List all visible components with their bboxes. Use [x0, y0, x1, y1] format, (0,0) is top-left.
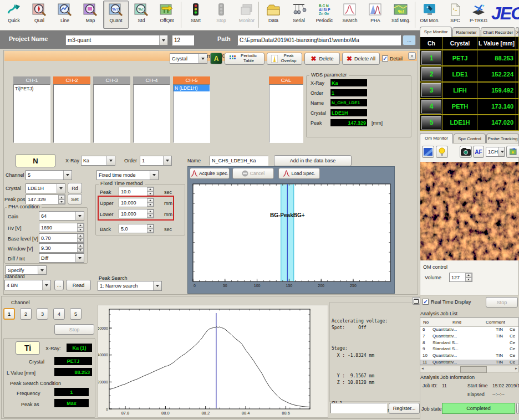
name-field[interactable]: N_CH5_LDE1H_Ka: [210, 156, 268, 166]
toolbar-quant-button[interactable]: %? Quant: [103, 1, 129, 29]
spinner-arrows[interactable]: [58, 195, 65, 204]
chevron-down-icon[interactable]: [38, 266, 46, 274]
channel-list-ch5[interactable]: N (LDE1H): [173, 84, 210, 143]
chevron-down-icon[interactable]: [75, 254, 84, 262]
job-header-comment[interactable]: Comment: [486, 320, 505, 325]
acquire-spec-button[interactable]: Acquire Spec.: [190, 168, 230, 179]
scroll-right-icon[interactable]: ►: [515, 367, 518, 370]
delete-all-button[interactable]: ✖ Delete All: [342, 53, 380, 65]
lcd-channel-button[interactable]: 5: [420, 115, 443, 131]
cal-list[interactable]: [269, 84, 303, 143]
add-database-button[interactable]: Add in the data base: [274, 155, 352, 166]
channel-list-ch4[interactable]: [133, 84, 170, 143]
job-list-scrollbar[interactable]: ◄ ►: [420, 366, 519, 372]
peak-overlap-button[interactable]: Peak Overlap: [267, 53, 302, 65]
realtime-display-checkbox[interactable]: ✓: [423, 299, 429, 305]
xray-dropdown[interactable]: Ka: [81, 156, 115, 166]
channel-2-button[interactable]: 2: [20, 308, 32, 320]
standard-browse-button[interactable]: ...: [54, 280, 64, 290]
element-ti-button[interactable]: Ti: [16, 341, 40, 355]
tab-probe-tracking[interactable]: Probe Tracking: [486, 134, 519, 144]
toolbar-offqnt-button[interactable]: OffQnt: [154, 1, 180, 29]
periodic-table-button[interactable]: Periodic Table: [225, 53, 264, 65]
toolbar-pha-button[interactable]: PHA: [363, 1, 388, 29]
detail-checkbox[interactable]: ✓: [382, 55, 388, 62]
list-item[interactable]: Ti(PETJ): [14, 85, 50, 93]
tab-xray[interactable]: X-ra: [516, 27, 519, 37]
set-button[interactable]: Set: [68, 194, 82, 204]
autofocus-button[interactable]: AF: [473, 146, 484, 158]
chevron-down-icon[interactable]: [498, 147, 505, 156]
lcd-channel-button[interactable]: 1: [420, 50, 443, 66]
close-icon[interactable]: ×: [408, 52, 416, 60]
mode-dropdown[interactable]: Fixed time mode: [96, 170, 159, 180]
toolbar-periodic-button[interactable]: B C NAl Si PZn Ge Periodic: [312, 1, 337, 29]
lcd-channel-button[interactable]: 2: [420, 66, 443, 82]
job-row[interactable]: 8Standard S...Ce: [420, 340, 518, 347]
toolbar-std-button[interactable]: %! Std: [129, 1, 154, 29]
chevron-down-icon[interactable]: [57, 184, 65, 193]
job-row-selected[interactable]: 11Quantitativ...TINCe: [420, 360, 518, 365]
project-number-field[interactable]: 12: [172, 35, 194, 45]
channel-4-button[interactable]: 4: [53, 308, 65, 320]
register-button[interactable]: Register...: [389, 403, 420, 414]
toolbar-serial-button[interactable]: Serial: [286, 1, 312, 29]
spinner-arrows[interactable]: [77, 223, 84, 232]
toolbar-start-button[interactable]: Start: [183, 1, 208, 29]
chevron-down-icon[interactable]: [42, 280, 50, 290]
chevron-down-icon[interactable]: [106, 156, 115, 165]
base-level-spinner[interactable]: 0.70: [39, 233, 84, 243]
project-name-dropdown[interactable]: m3-quant: [65, 35, 168, 45]
standard-dropdown[interactable]: 4 BN: [4, 280, 51, 290]
chevron-down-icon[interactable]: [63, 171, 72, 180]
toolbar-spc-button[interactable]: SPC: [442, 1, 468, 29]
channel-3-button[interactable]: 3: [37, 308, 48, 320]
camera-button[interactable]: [460, 146, 472, 158]
toolbar-map-button[interactable]: Map: [78, 1, 103, 29]
spinner-arrows[interactable]: [465, 273, 472, 281]
lamp-button[interactable]: [436, 146, 448, 158]
element-button[interactable]: N: [16, 154, 55, 167]
channel-list-ch3[interactable]: [93, 84, 130, 143]
spinner-arrows[interactable]: [147, 187, 154, 196]
window-spinner[interactable]: 9.30: [39, 243, 84, 253]
toolbar-data-button[interactable]: Data: [261, 1, 286, 29]
channel-list-ch1[interactable]: Ti(PETJ): [13, 84, 50, 143]
lcd-channel-button[interactable]: 4: [420, 99, 443, 115]
spinner-arrows[interactable]: [77, 244, 84, 252]
tab-spc-monitor[interactable]: Spc Monitor: [420, 27, 452, 37]
read-button[interactable]: Read: [66, 280, 91, 290]
toolbar-ommon-button[interactable]: OM Mon.: [417, 1, 442, 29]
job-row[interactable]: 7Quantitativ...TINCe: [420, 334, 518, 340]
scroll-left-icon[interactable]: ◄: [421, 367, 424, 370]
toolbar-ptrkg-button[interactable]: P-TRKG: [466, 1, 491, 29]
om-channel-dropdown[interactable]: 1CH: [486, 147, 505, 157]
ft-back-spinner[interactable]: 5.0: [119, 224, 154, 233]
chevron-down-icon[interactable]: [150, 171, 158, 180]
scrollbar-thumb[interactable]: [460, 366, 487, 373]
spinner-arrows[interactable]: [77, 234, 84, 242]
om-microscope-image[interactable]: [420, 162, 519, 260]
job-row[interactable]: 6Quantitativ...TINCe: [420, 327, 518, 334]
volume-spinner[interactable]: 127: [449, 273, 472, 282]
chevron-down-icon[interactable]: [199, 54, 207, 63]
beam-marker-button[interactable]: [506, 146, 519, 158]
toolbar-line-button[interactable]: Line: [52, 1, 78, 29]
diff-int-dropdown[interactable]: Diff: [39, 253, 84, 263]
crystal-mode-dropdown[interactable]: Crystal: [170, 53, 207, 64]
job-row[interactable]: 9Standard S...Ce: [420, 346, 518, 353]
tab-spc-control[interactable]: Spc Control: [454, 134, 486, 144]
image-mode-button[interactable]: [422, 146, 434, 158]
toolbar-stdmng-button[interactable]: %! Std Mng.: [388, 1, 414, 29]
ft-peak-spinner[interactable]: 10.0: [119, 187, 154, 196]
channel-1-button[interactable]: 1: [3, 308, 15, 320]
rd-button[interactable]: Rd: [68, 183, 82, 193]
channel-list-ch2[interactable]: [53, 84, 90, 143]
peak-pos-spinner[interactable]: 147.329: [26, 194, 65, 204]
lcd-channel-button[interactable]: 3: [420, 82, 443, 98]
job-row[interactable]: 10Quantitativ...TINCe: [420, 353, 518, 360]
hv-spinner[interactable]: 1690: [39, 223, 84, 232]
toolbar-search-button[interactable]: Search: [337, 1, 363, 29]
channel-5-button[interactable]: 5: [70, 308, 82, 320]
maximize-button[interactable]: [412, 297, 420, 305]
